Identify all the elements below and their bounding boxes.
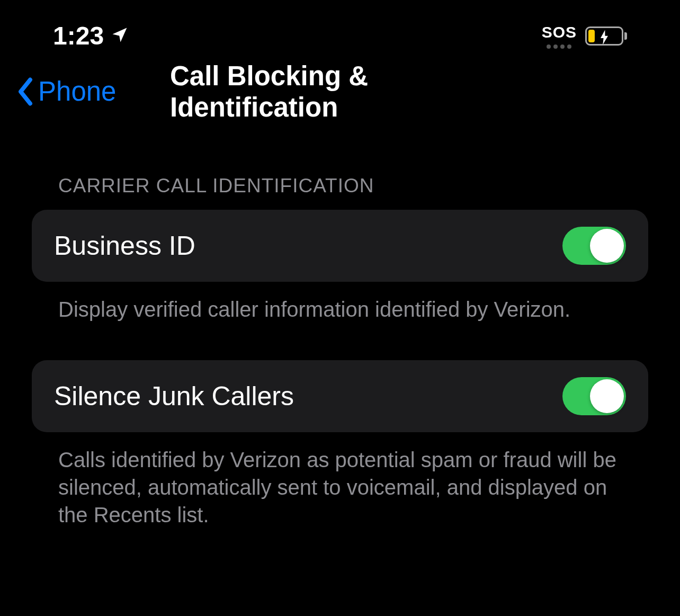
status-bar: 1:23 SOS (0, 0, 680, 61)
chevron-left-icon (16, 77, 35, 106)
back-label: Phone (38, 76, 116, 107)
toggle-knob (590, 379, 624, 413)
toggle-silence-junk[interactable] (562, 377, 626, 415)
charging-bolt-icon (599, 21, 610, 50)
location-icon (110, 21, 129, 50)
content: Carrier Call Identification Business ID … (0, 122, 680, 529)
footer-silence-junk: Calls identified by Verizon as potential… (32, 432, 648, 529)
nav-bar: Phone Call Blocking & Identification (0, 61, 680, 122)
section-carrier: Carrier Call Identification Business ID … (32, 175, 648, 323)
status-time: 1:23 (53, 21, 104, 50)
page-title: Call Blocking & Identification (170, 60, 510, 123)
row-business-id[interactable]: Business ID (32, 210, 648, 282)
section-header-carrier: Carrier Call Identification (32, 175, 648, 210)
status-left: 1:23 (53, 21, 129, 50)
battery-icon (585, 26, 627, 46)
toggle-business-id[interactable] (562, 227, 626, 265)
back-button[interactable]: Phone (16, 76, 116, 107)
section-silence-junk: Silence Junk Callers Calls identified by… (32, 360, 648, 529)
sos-label: SOS (542, 23, 577, 41)
status-right: SOS (542, 23, 627, 49)
sos-dots (547, 44, 571, 49)
sos-indicator: SOS (542, 23, 577, 49)
row-silence-junk[interactable]: Silence Junk Callers (32, 360, 648, 432)
toggle-knob (590, 229, 624, 263)
label-business-id: Business ID (54, 230, 195, 261)
footer-business-id: Display verified caller information iden… (32, 282, 648, 323)
label-silence-junk: Silence Junk Callers (54, 381, 294, 412)
